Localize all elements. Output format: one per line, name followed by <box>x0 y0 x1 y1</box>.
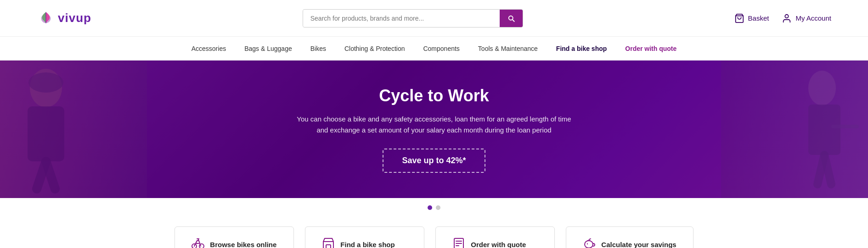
account-label: My Account <box>795 14 831 22</box>
find-shop-label: Find a bike shop <box>340 241 395 248</box>
search-button[interactable] <box>500 10 523 27</box>
nav-item-clothing[interactable]: Clothing & Protection <box>344 45 405 52</box>
browse-bikes-label: Browse bikes online <box>210 241 276 248</box>
carousel-dot-1[interactable] <box>428 205 432 210</box>
svg-point-21 <box>587 243 588 244</box>
logo-icon <box>37 9 55 28</box>
nav-item-accessories[interactable]: Accessories <box>192 45 226 52</box>
svg-rect-15 <box>326 245 331 248</box>
calculate-savings-card[interactable]: Calculate your savings <box>566 226 693 248</box>
hero-subtitle: You can choose a bike and any safety acc… <box>297 114 571 136</box>
header: vivup Basket My Account <box>0 0 868 37</box>
basket-label: Basket <box>748 14 769 22</box>
savings-icon <box>583 237 596 248</box>
logo-text: vivup <box>58 11 91 25</box>
svg-point-20 <box>585 241 593 248</box>
nav-item-components[interactable]: Components <box>423 45 459 52</box>
nav-item-find-shop[interactable]: Find a bike shop <box>556 45 607 52</box>
quote-icon <box>452 237 465 248</box>
carousel-dot-2[interactable] <box>436 205 440 210</box>
nav-item-bikes[interactable]: Bikes <box>310 45 326 52</box>
nav-item-bags[interactable]: Bags & Luggage <box>244 45 292 52</box>
logo[interactable]: vivup <box>37 9 91 28</box>
order-quote-card[interactable]: Order with quote <box>435 226 555 248</box>
calculate-savings-label: Calculate your savings <box>601 241 676 248</box>
carousel-dots <box>0 198 868 217</box>
basket-icon <box>734 13 744 23</box>
hero-title: Cycle to Work <box>297 86 571 105</box>
hero-cta[interactable]: Save up to 42%* <box>383 149 485 173</box>
basket-link[interactable]: Basket <box>734 13 769 23</box>
hero-banner: Cycle to Work You can choose a bike and … <box>0 61 868 198</box>
user-icon <box>782 13 792 23</box>
order-quote-label: Order with quote <box>471 241 526 248</box>
svg-point-1 <box>785 14 789 17</box>
browse-bikes-card[interactable]: Browse bikes online <box>175 226 294 248</box>
header-actions: Basket My Account <box>734 13 831 23</box>
find-shop-card[interactable]: Find a bike shop <box>305 226 424 248</box>
bike-icon <box>192 237 204 248</box>
search-icon <box>507 14 515 22</box>
action-cards: Browse bikes online Find a bike shop Ord… <box>0 217 868 248</box>
shop-icon <box>322 237 335 248</box>
nav-item-tools[interactable]: Tools & Maintenance <box>478 45 538 52</box>
main-nav: Accessories Bags & Luggage Bikes Clothin… <box>0 37 868 61</box>
search-bar <box>303 9 523 28</box>
account-link[interactable]: My Account <box>782 13 831 23</box>
nav-item-order-quote[interactable]: Order with quote <box>625 45 676 52</box>
search-input[interactable] <box>303 10 500 27</box>
hero-content: Cycle to Work You can choose a bike and … <box>297 86 571 173</box>
